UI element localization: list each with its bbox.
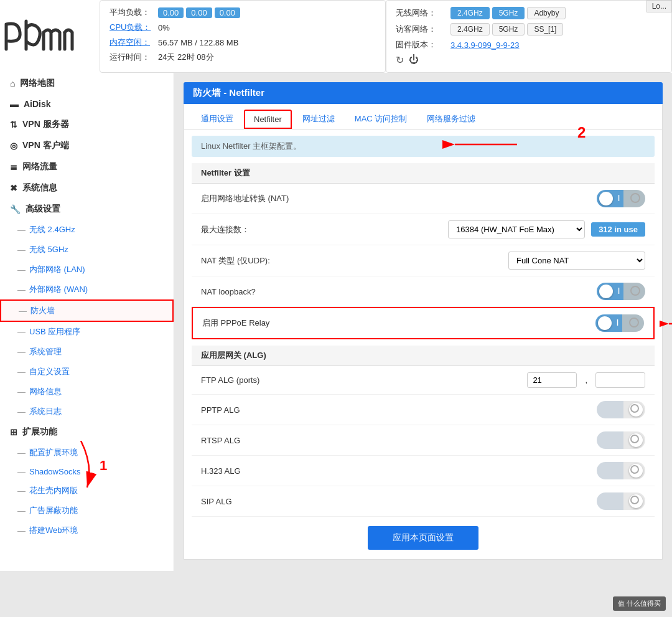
mem-value: 56.57 MB / 122.88 MB (158, 38, 238, 47)
apply-button[interactable]: 应用本页面设置 (368, 526, 478, 550)
sidebar-item-netinfo[interactable]: — 网络信息 (0, 382, 174, 402)
nat-enable-label: 启用网络地址转换 (NAT) (201, 193, 597, 204)
firmware-value[interactable]: 3.4.3.9-099_9-9-23 (450, 40, 520, 50)
btn-24ghz[interactable]: 2.4GHz (450, 7, 490, 19)
dash-icon-11: — (17, 448, 26, 458)
toggle-off-label (630, 193, 640, 203)
refresh-icon[interactable]: ↻ (396, 54, 404, 66)
load-badges: 0.00 0.00 0.00 (158, 7, 240, 18)
advanced-label: 高级设置 (26, 204, 60, 215)
page-title: 防火墙 - Netfilter (193, 87, 264, 98)
tab-network-service[interactable]: 网络服务过滤 (418, 109, 485, 129)
sidebar-item-wan[interactable]: — 外部网络 (WAN) (0, 280, 174, 299)
guest-btn-5[interactable]: 5GHz (492, 23, 525, 35)
cpu-value: 0% (158, 23, 170, 32)
nat-type-label: NAT 类型 (仅UDP): (201, 255, 508, 266)
info-text: Linux Netfilter 主框架配置。 (201, 141, 301, 151)
sidebar-item-wireless-24[interactable]: — 无线 2.4GHz (0, 220, 174, 240)
dash-icon-12: — (17, 467, 26, 476)
sidebar-item-syslog[interactable]: — 系统日志 (0, 402, 174, 422)
pppoe-relay-toggle[interactable]: | (595, 314, 644, 332)
pptp-alg-label: PPTP ALG (201, 405, 597, 415)
toggle-on-label: | (618, 194, 620, 201)
sidebar-item-aidisk[interactable]: ▬ AiDisk (0, 94, 174, 114)
toggle-knob (599, 192, 613, 205)
sidebar-item-vpn-server[interactable]: ⇅ VPN 服务器 (0, 114, 174, 135)
power-icon[interactable]: ⏻ (409, 54, 419, 66)
sidebar-item-network-map[interactable]: ⌂ 网络地图 (0, 73, 174, 94)
tab-netfilter[interactable]: Netfilter (244, 110, 292, 129)
max-conn-label: 最大连接数： (201, 224, 448, 235)
sidebar-item-vpn-client[interactable]: ◎ VPN 客户端 (0, 135, 174, 156)
setting-sip-alg: SIP ALG (192, 486, 655, 517)
h323-alg-toggle[interactable] (597, 462, 645, 479)
dash-icon: — (17, 225, 26, 235)
setting-ftp-alg: FTP ALG (ports) , (192, 366, 655, 395)
nat-enable-toggle[interactable]: | (597, 190, 645, 207)
nat-type-control: Full Cone NAT (508, 252, 645, 270)
guest-label: 访客网络： (396, 24, 446, 35)
uptime-value: 24天 22时 08分 (158, 52, 214, 63)
sidebar-item-adblock[interactable]: — 广告屏蔽功能 (0, 501, 174, 520)
wireless-label: 无线网络： (396, 7, 446, 19)
sidebar-item-firewall[interactable]: — 防火墙 (0, 299, 174, 322)
rtsp-toggle-off-circle (630, 435, 639, 443)
cpu-label[interactable]: CPU负载： (110, 22, 153, 33)
setting-pptp-alg: PPTP ALG (192, 395, 655, 425)
max-conn-control: 16384 (HW_NAT FoE Max) 312 in use (448, 220, 645, 238)
mem-label[interactable]: 内存空闲： (110, 37, 153, 48)
ftp-alg-control: , (527, 372, 645, 388)
guest-btn-24[interactable]: 2.4GHz (450, 23, 490, 35)
sidebar-item-network-traffic[interactable]: ≣ 网络流量 (0, 156, 174, 177)
sidebar-section-advanced: 🔧 高级设置 (0, 199, 174, 220)
rtsp-alg-toggle[interactable] (597, 431, 645, 449)
ftp-port-1[interactable] (527, 372, 577, 388)
sidebar-label-adblock: 广告屏蔽功能 (29, 505, 78, 516)
sidebar-label-custom: 自定义设置 (29, 366, 70, 377)
load-badge-3: 0.00 (215, 7, 240, 18)
max-conn-select[interactable]: 16384 (HW_NAT FoE Max) (448, 220, 585, 238)
pppoe-toggle-off (629, 318, 639, 327)
avg-load-label: 平均负载： (110, 7, 153, 18)
sidebar-item-system-info[interactable]: ✖ 系统信息 (0, 177, 174, 199)
sidebar-item-sys-admin[interactable]: — 系统管理 (0, 342, 174, 362)
page-header: 防火墙 - Netfilter (184, 82, 663, 104)
sidebar-item-lan[interactable]: — 内部网络 (LAN) (0, 260, 174, 280)
pptp-toggle-off-circle (630, 404, 639, 413)
sidebar-label-aidisk: AiDisk (24, 99, 51, 109)
ftp-port-2[interactable] (595, 372, 645, 388)
sip-toggle-off-circle (630, 496, 639, 504)
vpn-server-icon: ⇅ (10, 120, 17, 130)
loopback-toggle-off (630, 286, 640, 296)
sidebar-label-network-map: 网络地图 (20, 78, 55, 89)
extensions-label: 扩展功能 (22, 426, 57, 438)
sidebar-item-usb[interactable]: — USB 应用程序 (0, 322, 174, 342)
sidebar-label-syslog: 系统日志 (29, 406, 62, 417)
sidebar-item-wireless-5[interactable]: — 无线 5GHz (0, 240, 174, 260)
tab-url-filter[interactable]: 网址过滤 (293, 109, 344, 129)
pptp-alg-control (597, 401, 645, 418)
globe-icon: ◎ (10, 141, 17, 151)
loopback-toggle-knob (599, 285, 613, 298)
sidebar-item-web-env[interactable]: — 搭建Web环境 (0, 520, 174, 540)
sidebar-item-custom[interactable]: — 自定义设置 (0, 362, 174, 382)
tab-general[interactable]: 通用设置 (192, 109, 243, 129)
nat-loopback-toggle[interactable]: | (597, 283, 645, 300)
wireless-btns: 2.4GHz 5GHz Adbyby (450, 7, 566, 19)
btn-5ghz[interactable]: 5GHz (492, 7, 525, 19)
nat-type-select[interactable]: Full Cone NAT (508, 252, 645, 270)
annotation-area-1 (0, 540, 174, 547)
port-separator: , (585, 375, 587, 385)
guest-btn-ss[interactable]: SS_[1] (527, 23, 563, 35)
alg-section-title: 应用层网关 (ALG) (192, 346, 655, 366)
tab-mac-control[interactable]: MAC 访问控制 (345, 109, 417, 129)
sidebar-label-netinfo: 网络信息 (29, 386, 62, 397)
sidebar-label-sys-admin: 系统管理 (29, 346, 62, 357)
rtsp-alg-label: RTSP ALG (201, 436, 597, 445)
pptp-alg-toggle[interactable] (597, 401, 645, 418)
sip-alg-control (597, 492, 645, 510)
firmware-label: 固件版本： (396, 39, 446, 50)
sip-alg-toggle[interactable] (597, 492, 645, 510)
wrench-icon: 🔧 (10, 204, 21, 214)
btn-adbyby[interactable]: Adbyby (527, 7, 566, 19)
